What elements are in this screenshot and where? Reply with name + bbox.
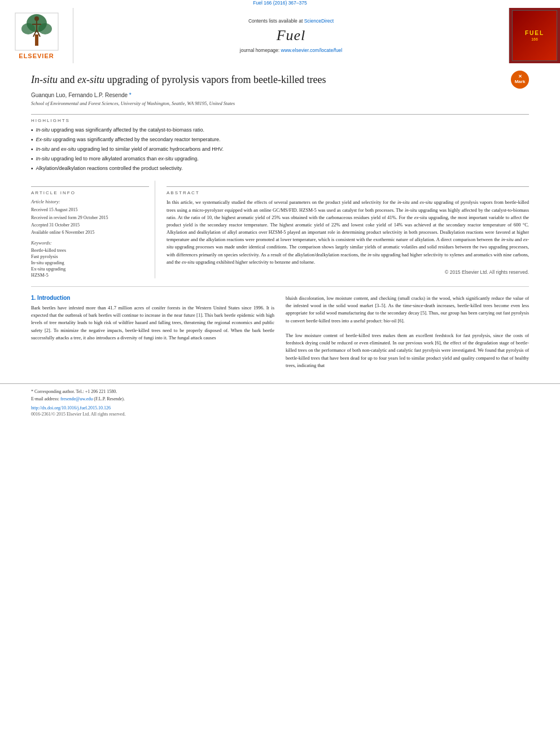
svg-rect-5 (35, 34, 38, 46)
corresponding-note: * Corresponding author. Tel.: +1 206 221… (31, 388, 529, 395)
highlight-item-1: • In-situ upgrading was significantly af… (31, 126, 529, 134)
keyword-3: In-situ upgrading (31, 260, 149, 265)
highlight-item-2: • Ex-situ upgrading was significantly af… (31, 136, 529, 144)
footer-email-person: (F.L.P. Resende). (94, 396, 125, 401)
footer-issn: 0016-2361/© 2015 Elsevier Ltd. All right… (31, 412, 529, 417)
article-history-label: Article history: (31, 199, 149, 204)
fuel-cover-title: FUEL (525, 30, 544, 36)
highlight-text-2: Ex-situ upgrading was significantly affe… (36, 136, 221, 143)
article-title-insitu: In-situ (31, 74, 58, 85)
highlights-header: HIGHLIGHTS (31, 114, 529, 123)
section1-title: 1. Introduction (31, 295, 274, 301)
highlight-item-5: • Alkylation/dealkylation reactions cont… (31, 165, 529, 173)
article-info-section: ARTICLE INFO Article history: Received 1… (31, 181, 155, 278)
footer-area: * Corresponding author. Tel.: +1 206 221… (0, 383, 560, 422)
body-two-col: 1. Introduction Bark beetles have infest… (31, 295, 529, 369)
highlight-text-1: In-situ upgrading was significantly affe… (36, 126, 205, 134)
journal-header: ELSEVIER Contents lists available at Sci… (0, 8, 560, 63)
keyword-1: Beetle-killed trees (31, 247, 149, 253)
bullet-4: • (31, 155, 33, 163)
affiliation-line: School of Environmental and Forest Scien… (31, 101, 529, 106)
keyword-5: HZSM-5 (31, 272, 149, 278)
bullet-5: • (31, 165, 33, 173)
bullet-3: • (31, 146, 33, 154)
science-direct-link[interactable]: ScienceDirect (304, 18, 334, 24)
journal-ref-line: Fuel 166 (2016) 367–375 (0, 0, 560, 6)
science-direct-line: Contents lists available at ScienceDirec… (248, 18, 334, 24)
authors-text: Guanqun Luo, Fernando L.P. Resende (31, 92, 128, 98)
highlight-text-5: Alkylation/dealkylation reactions contro… (36, 165, 183, 172)
article-title-rest: upgrading of pyrolysis vapors from beetl… (107, 74, 326, 85)
abstract-section: ABSTRACT In this article, we systematica… (167, 181, 529, 278)
body-col-right-text: bluish discoloration, low moisture conte… (286, 295, 529, 369)
journal-ref-text: Fuel 166 (2016) 367–375 (253, 0, 307, 6)
article-title-exsitu: ex-situ (77, 74, 104, 85)
contents-available-text: Contents lists available at (248, 18, 303, 24)
journal-center: Contents lists available at ScienceDirec… (73, 8, 509, 63)
homepage-url[interactable]: www.elsevier.com/locate/fuel (281, 47, 343, 53)
crossmark-icon: ✕Mark (515, 75, 526, 85)
healthy-text: healthy (515, 355, 529, 361)
highlight-item-3: • In-situ and ex-situ upgrading led to s… (31, 146, 529, 154)
keyword-4: Ex-situ upgrading (31, 266, 149, 272)
bullet-1: • (31, 126, 33, 134)
date-revised: Received in revised form 29 October 2015 (31, 215, 149, 221)
bullet-2: • (31, 136, 33, 144)
svg-point-6 (34, 16, 39, 21)
copyright-line: © 2015 Elsevier Ltd. All rights reserved… (167, 269, 529, 275)
highlight-item-4: • In-situ upgrading led to more alkylate… (31, 155, 529, 163)
body-col-left-text: Bark beetles have infested more than 41.… (31, 304, 274, 342)
highlight-text-4: In-situ upgrading led to more alkylated … (36, 155, 199, 163)
article-info-abstract: ARTICLE INFO Article history: Received 1… (31, 181, 529, 278)
crossmark-area[interactable]: ✕Mark (511, 71, 529, 89)
footer-doi[interactable]: http://dx.doi.org/10.1016/j.fuel.2015.10… (31, 405, 111, 410)
body-col-right: bluish discoloration, low moisture conte… (286, 295, 529, 369)
email-label: E-mail address: (31, 396, 59, 401)
date-accepted: Accepted 31 October 2015 (31, 222, 149, 228)
elsevier-brand-text: ELSEVIER (19, 53, 54, 59)
page-wrapper: Fuel 166 (2016) 367–375 (0, 0, 560, 747)
footer-email-line: E-mail address: fresende@uw.edu (F.L.P. … (31, 396, 529, 402)
authors-line: Guanqun Luo, Fernando L.P. Resende * (31, 92, 529, 98)
highlight-text-3: In-situ and ex-situ upgrading led to sim… (36, 146, 224, 153)
footer-email-link[interactable]: fresende@uw.edu (60, 396, 93, 401)
abstract-header: ABSTRACT (167, 186, 529, 195)
fuel-cover-image: FUEL 166 (509, 8, 560, 63)
footer-links: http://dx.doi.org/10.1016/j.fuel.2015.10… (31, 405, 529, 410)
homepage-label: journal homepage: (240, 47, 279, 53)
elsevier-tree-icon (14, 12, 59, 51)
keywords-label: Keywords: (31, 240, 149, 246)
article-info-header: ARTICLE INFO (31, 186, 149, 195)
date-available: Available online 6 November 2015 (31, 229, 149, 235)
fuel-cover-inner: FUEL 166 (512, 10, 557, 61)
main-content: ✕Mark In-situ and ex-situ upgrading of p… (0, 63, 560, 378)
journal-homepage-line: journal homepage: www.elsevier.com/locat… (240, 47, 342, 53)
elsevier-logo-area: ELSEVIER (0, 8, 73, 63)
section-divider (31, 286, 529, 287)
keyword-2: Fast pyrolysis (31, 254, 149, 259)
abstract-text: In this article, we systematically studi… (167, 199, 529, 266)
highlights-section: HIGHLIGHTS • In-situ upgrading was signi… (31, 114, 529, 173)
date-received: Received 15 August 2015 (31, 207, 149, 213)
body-col-left: 1. Introduction Bark beetles have infest… (31, 295, 274, 369)
crossmark-badge: ✕Mark (511, 71, 529, 89)
fuel-cover-subtitle: 166 (531, 37, 538, 41)
article-title: In-situ and ex-situ upgrading of pyrolys… (31, 73, 529, 86)
journal-name-display: Fuel (277, 27, 306, 44)
corresponding-star: * (129, 92, 132, 98)
